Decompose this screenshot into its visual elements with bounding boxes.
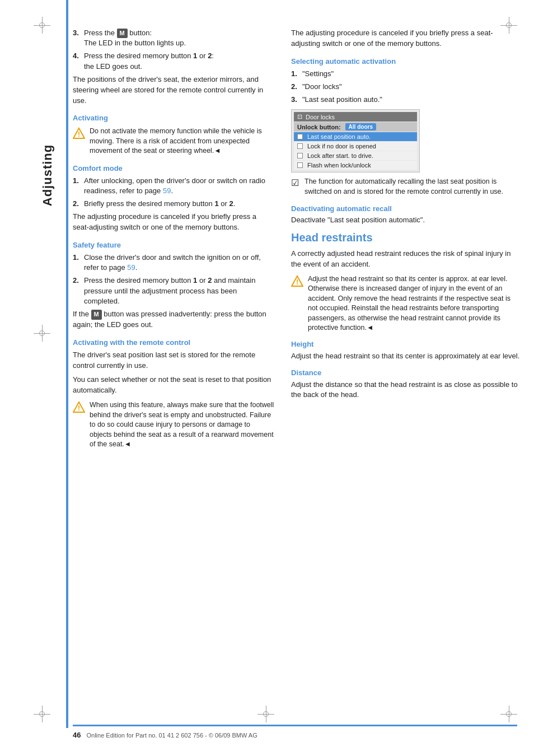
warning-text-remote: When using this feature, always make sur… — [90, 400, 274, 450]
warning-text-head-restraints: Adjust the head restraint so that its ce… — [308, 274, 521, 333]
crosshair-top-left — [34, 17, 50, 34]
sel-step-2: 2. "Door locks" — [291, 82, 521, 92]
svg-text:!: ! — [296, 278, 298, 286]
door-locks-item-4: Flash when lock/unlock — [307, 162, 371, 169]
comfort-step-1-content: After unlocking, open the driver's door … — [84, 176, 274, 196]
svg-text:!: ! — [78, 404, 80, 412]
door-locks-title-text: Door locks — [306, 114, 335, 120]
comfort-step-2-number: 2. — [73, 199, 81, 209]
comfort-step-1: 1. After unlocking, open the driver's do… — [73, 176, 274, 196]
sel-step-3-number: 3. — [291, 95, 299, 105]
page-number: 46 — [73, 731, 81, 739]
head-restraints-para: A correctly adjusted head restraint redu… — [291, 249, 521, 270]
note-text: The function for automatically recalling… — [305, 177, 521, 197]
comfort-para: The adjusting procedure is canceled if y… — [73, 212, 274, 233]
step-4: 4. Press the desired memory button 1 or … — [73, 51, 274, 71]
safety-feature-heading: Safety feature — [73, 241, 274, 249]
crosshair-bottom-right — [500, 706, 517, 722]
door-locks-unlock-row: Unlock button: All doors — [294, 122, 417, 132]
step-3-number: 3. — [73, 28, 81, 48]
door-locks-all-doors: All doors — [345, 123, 376, 130]
door-locks-checkbox-4 — [297, 162, 303, 168]
door-locks-item-3-row: Lock after start. to drive. — [294, 151, 417, 160]
sel-step-2-number: 2. — [291, 82, 299, 92]
safety-m-note: If the M button was pressed inadvertentl… — [73, 309, 274, 330]
sel-step-1-number: 1. — [291, 69, 299, 79]
step-4-sub: the LED goes out. — [84, 62, 142, 71]
door-locks-checkbox-3 — [297, 153, 303, 158]
deactivating-heading: Deactivating automatic recall — [291, 204, 521, 213]
comfort-step-2-content: Briefly press the desired memory button … — [84, 199, 274, 209]
m-button-safety: M — [91, 310, 102, 320]
door-locks-checkbox-1 — [297, 134, 303, 139]
two-column-layout: 3. Press the M button: The LED in the bu… — [73, 28, 521, 454]
page-container: Adjusting 3. Press the M button: The LED… — [0, 0, 534, 756]
comfort-step-2: 2. Briefly press the desired memory butt… — [73, 199, 274, 209]
crosshair-mid-left — [34, 325, 50, 342]
sel-step-2-content: "Door locks" — [302, 82, 521, 92]
m-button-step3: M — [117, 29, 128, 38]
door-locks-item-4-row: Flash when lock/unlock — [294, 161, 417, 170]
safety-step-1-number: 1. — [73, 253, 81, 273]
note-box: ☑ The function for automatically recalli… — [291, 177, 521, 197]
distance-heading: Distance — [291, 368, 521, 377]
door-locks-checkbox-2 — [297, 143, 303, 149]
door-locks-unlock-label: Unlock button: — [297, 124, 341, 130]
sel-step-1: 1. "Settings" — [291, 69, 521, 79]
safety-step-2-content: Press the desired memory button 1 or 2 a… — [84, 276, 274, 306]
step-4-number: 4. — [73, 51, 81, 71]
warning-box-1: ! Do not activate the memory function wh… — [73, 127, 274, 156]
door-locks-item-2-row: Lock if no door is opened — [294, 142, 417, 151]
step-3: 3. Press the M button: The LED in the bu… — [73, 28, 274, 48]
sel-step-1-content: "Settings" — [302, 69, 521, 79]
step-4-content: Press the desired memory button 1 or 2: … — [84, 51, 274, 71]
main-content: 3. Press the M button: The LED in the bu… — [73, 28, 521, 454]
sel-step-3-content: "Last seat position auto." — [302, 95, 521, 105]
door-locks-image: ⊡ Door locks Unlock button: All doors La… — [291, 109, 420, 172]
right-column: The adjusting procedure is canceled if y… — [291, 28, 521, 454]
crosshair-bottom-center — [257, 706, 274, 722]
sidebar-label: Adjusting — [40, 144, 55, 206]
activating-remote-heading: Activating with the remote control — [73, 338, 274, 347]
safety-step-2: 2. Press the desired memory button 1 or … — [73, 276, 274, 306]
svg-text:!: ! — [78, 130, 80, 138]
note-checkmark-icon: ☑ — [291, 177, 299, 197]
crosshair-bottom-left — [34, 706, 50, 722]
left-column: 3. Press the M button: The LED in the bu… — [73, 28, 274, 454]
height-text: Adjust the head restraint so that its ce… — [291, 351, 521, 362]
step-3-content: Press the M button: The LED in the butto… — [84, 28, 274, 48]
deactivating-text: Deactivate "Last seat position automatic… — [291, 215, 521, 226]
head-restraints-section: Head restraints A correctly adjusted hea… — [291, 231, 521, 400]
selecting-heading: Selecting automatic activation — [291, 57, 521, 66]
safety-step-1-content: Close the driver's door and switch the i… — [84, 253, 274, 273]
head-restraints-heading: Head restraints — [291, 231, 521, 244]
warning-icon-head-restraints: ! — [291, 275, 303, 287]
activating-heading: Activating — [73, 114, 274, 122]
safety-step-2-number: 2. — [73, 276, 81, 306]
sel-step-3: 3. "Last seat position auto." — [291, 95, 521, 105]
sidebar-bar — [66, 0, 68, 728]
door-locks-item-1-row: Last seat position auto. — [294, 132, 417, 141]
warning-box-remote: ! When using this feature, always make s… — [73, 400, 274, 450]
safety-link-59[interactable]: 59 — [127, 263, 135, 272]
height-heading: Height — [291, 340, 521, 348]
warning-text-1: Do not activate the memory function whil… — [90, 127, 274, 156]
step-4-detail: The positions of the driver's seat, the … — [73, 74, 274, 106]
door-locks-item-1: Last seat position auto. — [307, 133, 371, 140]
warning-icon-remote: ! — [73, 401, 85, 413]
door-locks-title-icon: ⊡ — [297, 113, 302, 120]
footer-text: Online Edition for Part no. 01 41 2 602 … — [86, 732, 257, 739]
door-locks-item-2: Lock if no door is opened — [307, 143, 376, 150]
comfort-mode-heading: Comfort mode — [73, 164, 274, 172]
step-3-sub: The LED in the button lights up. — [84, 39, 186, 47]
warning-box-head-restraints: ! Adjust the head restraint so that its … — [291, 274, 521, 333]
page-footer: 46 Online Edition for Part no. 01 41 2 6… — [73, 725, 517, 739]
safety-step-1: 1. Close the driver's door and switch th… — [73, 253, 274, 273]
comfort-link-59[interactable]: 59 — [163, 186, 171, 195]
distance-text: Adjust the distance so that the head res… — [291, 380, 521, 401]
remote-para-2: You can select whether or not the seat i… — [73, 375, 274, 396]
door-locks-item-3: Lock after start. to drive. — [307, 152, 373, 159]
remote-para-1: The driver's seat position last set is s… — [73, 350, 274, 371]
warning-icon-1: ! — [73, 127, 85, 139]
door-locks-title: ⊡ Door locks — [294, 112, 417, 122]
